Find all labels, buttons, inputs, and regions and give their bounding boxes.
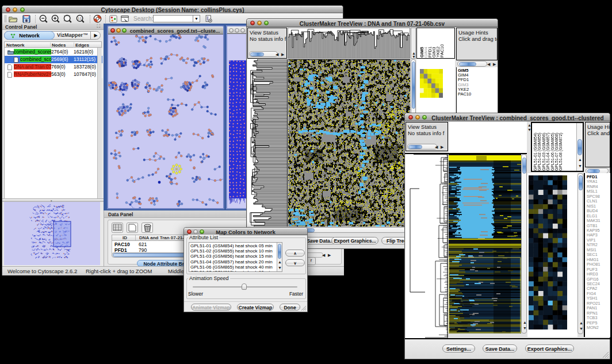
svg-text:1:1: 1:1	[78, 17, 82, 20]
